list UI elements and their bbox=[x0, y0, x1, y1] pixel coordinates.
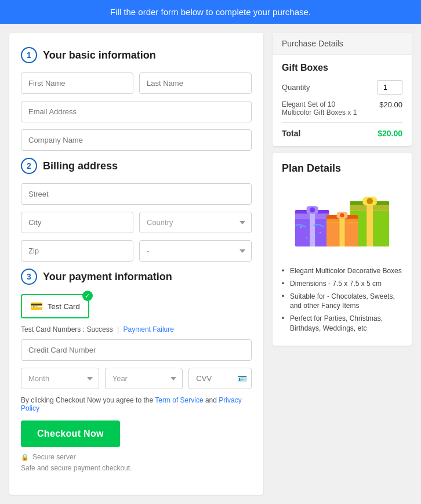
product-title: Gift Boxes bbox=[282, 63, 402, 73]
section2-number: 2 bbox=[21, 158, 37, 174]
total-price: $20.00 bbox=[378, 129, 402, 138]
street-input[interactable] bbox=[21, 183, 252, 205]
month-select[interactable]: Month 01020304 05060708 09101112 bbox=[21, 368, 99, 389]
pipe-divider: | bbox=[117, 325, 119, 333]
agreement-prefix: By clicking Checkout Now you agree to th… bbox=[21, 396, 155, 404]
zip-state-row: - bbox=[21, 240, 252, 262]
plan-details-title: Plan Details bbox=[282, 162, 402, 175]
test-card-check-icon: ✓ bbox=[82, 291, 93, 301]
company-input[interactable] bbox=[21, 129, 252, 151]
section2-heading: Billing address bbox=[43, 160, 118, 172]
purchase-details-body: Gift Boxes Quantity Elegant Set of 10Mul… bbox=[273, 55, 412, 146]
state-select[interactable]: - bbox=[139, 240, 252, 262]
svg-text:✦: ✦ bbox=[306, 237, 308, 240]
safe-payment-text: Safe and secure payment checkout. bbox=[21, 462, 252, 473]
section3-number: 3 bbox=[21, 269, 37, 285]
total-label: Total bbox=[282, 129, 300, 138]
section2-title: 2 Billing address bbox=[21, 158, 252, 174]
name-row bbox=[21, 72, 252, 94]
bullet-3: Suitable for - Chocolates, Sweets, and o… bbox=[282, 292, 402, 311]
total-row: Total $20.00 bbox=[282, 122, 402, 138]
secure-row: 🔒 Secure server bbox=[21, 453, 252, 461]
cvv-card-icon: 🪪 bbox=[237, 374, 247, 383]
agreement-conjunction: and bbox=[205, 396, 219, 404]
item-price: $20.00 bbox=[379, 100, 402, 117]
quantity-input[interactable] bbox=[377, 80, 402, 95]
quantity-row: Quantity bbox=[282, 80, 402, 95]
agreement-text: By clicking Checkout Now you agree to th… bbox=[21, 396, 252, 412]
top-banner: Fill the order form below to complete yo… bbox=[0, 0, 421, 24]
credit-card-input[interactable] bbox=[21, 339, 252, 361]
success-link[interactable]: Success bbox=[86, 325, 112, 333]
purchase-details-header: Purchase Details bbox=[273, 33, 412, 55]
country-select[interactable]: Country bbox=[139, 212, 252, 233]
left-panel: 1 Your basic information 2 Billing addre… bbox=[9, 33, 263, 495]
page-wrapper: Fill the order form below to complete yo… bbox=[0, 0, 421, 504]
plan-bullets: Elegant Multicolor Decorative Boxes Dime… bbox=[282, 266, 402, 333]
item-row: Elegant Set of 10Multicolor Gift Boxes x… bbox=[282, 100, 402, 117]
item-name: Elegant Set of 10Multicolor Gift Boxes x… bbox=[282, 100, 379, 117]
company-row bbox=[21, 129, 252, 151]
svg-point-23 bbox=[340, 213, 344, 217]
lock-icon: 🔒 bbox=[21, 454, 29, 461]
credit-card-icon: 💳 bbox=[30, 300, 43, 313]
purchase-details-box: Purchase Details Gift Boxes Quantity Ele… bbox=[273, 33, 412, 146]
street-row bbox=[21, 183, 252, 205]
tos-link[interactable]: Term of Service bbox=[155, 396, 203, 404]
billing-section: 2 Billing address Country - bbox=[21, 158, 252, 262]
secure-server-text: Secure server bbox=[32, 453, 76, 461]
svg-point-6 bbox=[310, 208, 315, 213]
email-input[interactable] bbox=[21, 101, 252, 122]
month-year-cvv-row: Month 01020304 05060708 09101112 Year 20… bbox=[21, 368, 252, 389]
bullet-4: Perfect for Parties, Christmas, Birthday… bbox=[282, 314, 402, 333]
credit-card-row bbox=[21, 339, 252, 361]
section3-title: 3 Your payment information bbox=[21, 269, 252, 285]
svg-rect-3 bbox=[295, 213, 329, 219]
city-country-row: Country bbox=[21, 212, 252, 233]
section1-number: 1 bbox=[21, 47, 37, 63]
email-row bbox=[21, 101, 252, 122]
zip-input[interactable] bbox=[21, 240, 133, 262]
test-card-numbers-row: Test Card Numbers : Success | Payment Fa… bbox=[21, 325, 252, 333]
failure-link[interactable]: Payment Failure bbox=[124, 325, 174, 333]
svg-text:✦: ✦ bbox=[319, 231, 321, 234]
svg-rect-13 bbox=[350, 205, 390, 211]
section1-title: 1 Your basic information bbox=[21, 47, 252, 63]
payment-section: 3 Your payment information 💳 Test Card ✓… bbox=[21, 269, 252, 389]
city-input[interactable] bbox=[21, 212, 133, 233]
checkout-button[interactable]: Checkout Now bbox=[21, 420, 120, 447]
cvv-wrapper: 🪪 bbox=[188, 368, 252, 389]
plan-details-box: Plan Details ✦ ✦ bbox=[273, 153, 412, 346]
test-card-label: Test Card bbox=[48, 302, 80, 311]
svg-point-16 bbox=[366, 198, 373, 204]
first-name-input[interactable] bbox=[21, 72, 133, 94]
last-name-input[interactable] bbox=[139, 72, 252, 94]
year-select[interactable]: Year 2024202520262027 bbox=[105, 368, 183, 389]
test-card-option[interactable]: 💳 Test Card ✓ bbox=[21, 294, 89, 318]
right-panel: Purchase Details Gift Boxes Quantity Ele… bbox=[273, 33, 412, 495]
test-card-numbers-text: Test Card Numbers : bbox=[21, 325, 85, 333]
banner-text: Fill the order form below to complete yo… bbox=[110, 7, 311, 17]
bullet-2: Dimensions - 7.5 x 7.5 x 5 cm bbox=[282, 279, 402, 289]
main-content: 1 Your basic information 2 Billing addre… bbox=[0, 24, 421, 504]
quantity-label: Quantity bbox=[282, 83, 310, 92]
section3-heading: Your payment information bbox=[43, 271, 172, 283]
svg-rect-20 bbox=[326, 219, 358, 223]
bullet-1: Elegant Multicolor Decorative Boxes bbox=[282, 266, 402, 276]
section1-heading: Your basic information bbox=[43, 49, 156, 61]
gift-image: ✦ ✦ ✦ bbox=[282, 183, 402, 258]
